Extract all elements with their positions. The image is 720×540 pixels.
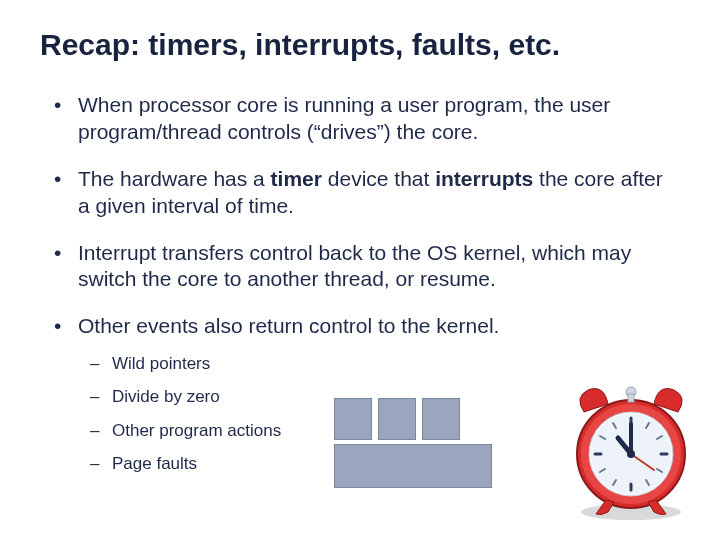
bullet-4-text: Other events also return control to the … — [78, 314, 499, 337]
core-block-1 — [334, 398, 372, 440]
bullet-2: The hardware has a timer device that int… — [50, 166, 680, 220]
sub-bullet-1: Wild pointers — [88, 350, 680, 377]
bullet-1: When processor core is running a user pr… — [50, 92, 680, 146]
cores-row — [334, 398, 494, 440]
bullet-2-bold-interrupts: interrupts — [435, 167, 533, 190]
bullet-2-bold-timer: timer — [271, 167, 322, 190]
slide-title: Recap: timers, interrupts, faults, etc. — [40, 28, 680, 62]
cores-kernel-figure — [334, 398, 494, 488]
svg-point-20 — [627, 450, 635, 458]
bullet-2-part-c: device that — [322, 167, 435, 190]
core-block-2 — [378, 398, 416, 440]
kernel-block — [334, 444, 492, 488]
svg-rect-22 — [628, 394, 634, 402]
core-block-3 — [422, 398, 460, 440]
bullet-2-part-a: The hardware has a — [78, 167, 271, 190]
bullet-3: Interrupt transfers control back to the … — [50, 240, 680, 294]
alarm-clock-icon — [566, 382, 696, 522]
